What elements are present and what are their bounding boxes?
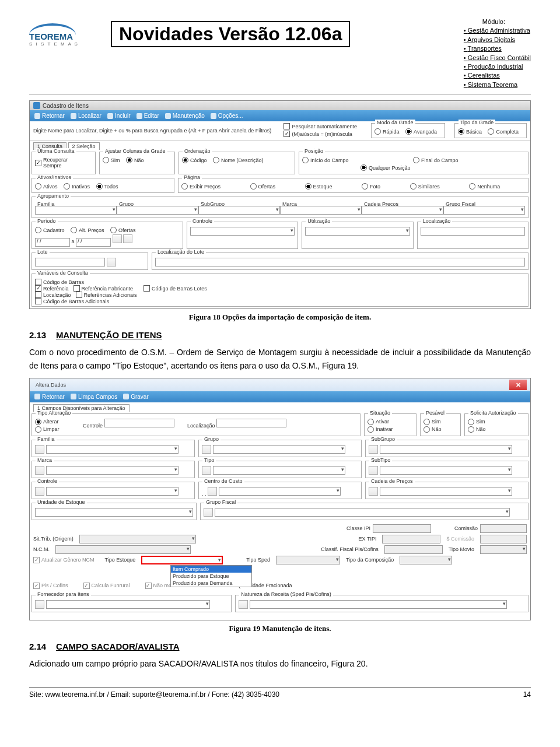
classeipi-input[interactable] [373,524,431,533]
calcula-check[interactable]: Calcula Funrural [83,583,130,589]
sittrib-combo[interactable] [79,535,196,543]
lookup-button[interactable] [202,466,211,475]
date-from[interactable]: / / [35,238,70,247]
lookup-button[interactable] [35,600,44,609]
controle-input[interactable] [104,419,174,427]
familia-combo2[interactable] [46,445,179,454]
retornar-button[interactable]: Retornar [34,394,65,400]
lookup-button[interactable] [208,487,217,496]
dd-item-proddemanda[interactable]: Produzido para Demanda [171,580,251,587]
classif-input[interactable] [384,545,443,554]
familia-combo[interactable] [35,206,117,215]
sol-sim-radio[interactable]: Sim [468,419,485,425]
codbarras-check[interactable]: Código de Barras [35,279,84,285]
tipoestoque-combo[interactable] [141,556,223,564]
inicio-radio[interactable]: Início do Campo [302,157,349,163]
controle-combo[interactable] [190,227,295,236]
date-to[interactable]: / / [76,238,111,247]
lookup-button[interactable] [202,445,211,454]
ncm-combo[interactable] [55,545,191,554]
lookup-button[interactable] [35,487,44,496]
loclote-input[interactable] [155,258,525,266]
dd-item-prodestoque[interactable]: Produzido para Estoque [171,573,251,580]
controle-combo2[interactable] [46,487,179,496]
codigo-radio[interactable]: Código [182,157,207,163]
exibir-radio[interactable]: Exibir Preços [181,183,220,190]
incluir-button[interactable]: Incluir [107,113,131,119]
comissao-input[interactable] [480,524,527,533]
opcoes-button[interactable]: Opções... [211,113,243,119]
localizacao-input[interactable] [421,227,525,236]
similares-radio[interactable]: Similares [410,183,440,190]
nenhuma-radio[interactable]: Nenhuma [469,183,500,190]
rapida-radio[interactable]: Rápida [374,128,400,135]
subgrupo-combo2[interactable] [380,445,513,454]
localizacao-input2[interactable] [216,419,286,427]
grupo-combo[interactable] [117,206,198,215]
gravar-button[interactable]: Gravar [123,394,149,400]
foto-radio[interactable]: Foto [362,183,380,190]
editar-button[interactable]: Editar [136,113,159,119]
maimin-check[interactable]: (M)aiúscula = (m)inúscula [284,131,352,137]
tiposped-combo[interactable] [276,556,340,564]
inativar-radio[interactable]: Inativar [368,426,393,433]
recuperar-check[interactable]: Recuperar Sempre [35,157,88,169]
lookup-button[interactable] [35,466,44,475]
limpar-radio[interactable]: Limpar [35,426,60,433]
manutencao-button[interactable]: Manutenção [165,113,205,119]
lote-search-button[interactable] [107,258,116,266]
clear-button[interactable] [123,234,132,243]
localizacao2-check[interactable]: Localização [35,292,71,298]
ativar-radio[interactable]: Ativar [368,419,389,425]
cadeia-combo[interactable] [362,206,443,215]
nao-radio[interactable]: Não [126,157,144,163]
marca-combo[interactable] [280,206,362,215]
ofertas-radio[interactable]: Ofertas [250,183,276,190]
qualquer-radio[interactable]: Qualquer Posição [360,164,411,171]
dd-item-comprado[interactable]: Item Comprado [171,566,251,573]
calendar-button[interactable] [113,234,122,243]
completa-radio[interactable]: Completa [488,128,519,135]
utilizacao-combo[interactable] [305,227,410,236]
lookup-button[interactable] [369,445,378,454]
grupo-combo2[interactable] [213,445,346,454]
scomissao-input[interactable] [480,535,527,543]
refadd-check[interactable]: Referências Adicionais [76,292,137,298]
estoque-radio[interactable]: Estoque [305,183,332,190]
close-button[interactable]: ✕ [509,380,527,390]
lookup-button[interactable] [35,445,44,454]
alterar-radio[interactable]: Alterar [35,419,59,425]
unidade-combo[interactable] [35,508,193,517]
subgrupo-combo[interactable] [198,206,280,215]
grupofiscal-combo2[interactable] [215,508,510,517]
tipo-combo2[interactable] [213,466,346,475]
marca-combo2[interactable] [46,466,179,475]
tipocomp-combo[interactable] [400,556,452,564]
tipoestoque-dropdown[interactable]: Item Comprado Produzido para Estoque Pro… [170,565,252,587]
tipomovto-combo[interactable] [480,545,527,554]
final-radio[interactable]: Final do Campo [413,157,459,163]
retornar-button[interactable]: Retornar [34,113,65,119]
ativos-radio[interactable]: Ativos [35,183,58,190]
nomedesc-radio[interactable]: Nome (Descrição) [213,157,264,163]
avancada-radio[interactable]: Avançada [405,128,437,135]
limpa-button[interactable]: Limpa Campos [71,394,117,400]
lote-input[interactable] [35,258,105,266]
subtipo-combo2[interactable] [380,466,513,475]
fornecedor-combo[interactable] [46,600,211,609]
inativos-radio[interactable]: Inativos [64,183,90,190]
sim-radio[interactable]: Sim [103,157,120,163]
pesq-auto-check[interactable]: Pesquisar automaticamente [284,123,357,129]
lookup-button[interactable] [204,508,213,517]
pes-sim-radio[interactable]: Sim [424,419,441,425]
extipi-input[interactable] [382,535,440,543]
pis-check[interactable]: Pis / Cofins [33,583,68,589]
basica-radio[interactable]: Básica [458,128,482,135]
referencia-check[interactable]: Referência [35,285,69,292]
pes-nao-radio[interactable]: Não [424,426,442,433]
todos-radio[interactable]: Todos [96,183,118,190]
cadeia-combo2[interactable] [380,487,513,496]
localizar-button[interactable]: Localizar [71,113,102,119]
natureza-combo[interactable] [250,600,508,609]
lookup-button[interactable] [369,487,378,496]
